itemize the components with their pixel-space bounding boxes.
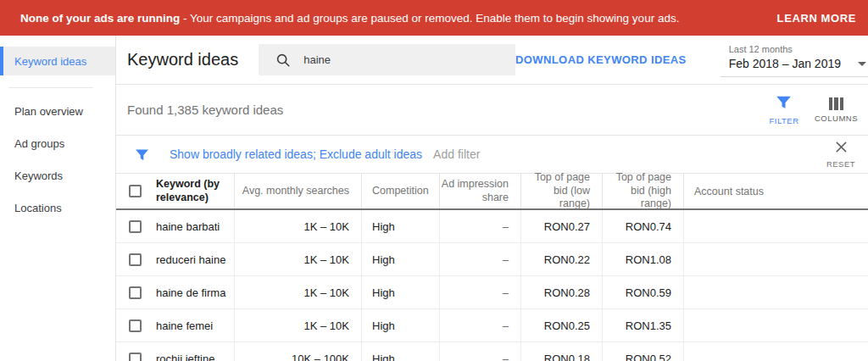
reset-button-label: RESET [826, 159, 855, 169]
cell-keyword: haine de firma [156, 286, 225, 299]
cell-ad-impression-share: – [440, 309, 521, 342]
search-icon [275, 53, 291, 68]
close-icon [835, 141, 848, 157]
table-header-row: Keyword (by relevance) Avg. monthly sear… [116, 174, 868, 210]
sidebar-item-keyword-ideas[interactable]: Keyword ideas [0, 47, 115, 75]
filter-button[interactable]: FILTER [765, 95, 803, 125]
filter-button-label: FILTER [769, 116, 798, 125]
cell-ad-impression-share: – [440, 243, 521, 275]
select-all-checkbox[interactable] [129, 185, 142, 197]
reset-filters-button[interactable]: RESET [824, 141, 858, 169]
cell-bid-high: RON1.35 [603, 309, 684, 342]
applied-filters-link[interactable]: Show broadly related ideas; Exclude adul… [170, 147, 422, 161]
table-row[interactable]: haine de firma 1K – 10K High – RON0.28 R… [116, 276, 868, 309]
search-value: haine [303, 53, 331, 66]
col-header-bid-low: Top of page bid (low range) [521, 171, 590, 211]
col-header-competition: Competition [372, 185, 429, 198]
date-range-picker[interactable]: Last 12 months Feb 2018 – Jan 2019 [721, 42, 868, 77]
results-toolbar: Found 1,385 keyword ideas FILTER COLUMNS [116, 85, 868, 136]
cell-bid-high: RON0.74 [603, 210, 684, 242]
cell-searches: 1K – 10K [235, 309, 362, 342]
filter-funnel-icon [776, 95, 792, 113]
cell-bid-high: RON0.59 [603, 276, 684, 308]
cell-keyword: rochii ieftine [156, 353, 214, 361]
page-header: Keyword ideas haine DOWNLOAD KEYWORD IDE… [116, 36, 868, 85]
alert-message-bold: None of your ads are running [20, 12, 180, 25]
row-checkbox[interactable] [129, 253, 142, 266]
table-row[interactable]: haine femei 1K – 10K High – RON0.25 RON1… [116, 309, 868, 342]
sidebar-divider [8, 87, 93, 88]
cell-competition: High [362, 309, 440, 342]
learn-more-button[interactable]: LEARN MORE [777, 12, 856, 25]
columns-icon [829, 97, 844, 110]
sidebar-item-ad-groups[interactable]: Ad groups [0, 128, 115, 160]
sidebar-item-locations[interactable]: Locations [0, 192, 115, 225]
alert-message-rest: - Your campaigns and ad groups are pause… [180, 12, 679, 25]
chevron-down-icon [858, 62, 866, 66]
row-checkbox[interactable] [129, 353, 142, 361]
download-keyword-ideas-button[interactable]: DOWNLOAD KEYWORD IDEAS [515, 53, 687, 66]
col-header-ad-impression-share: Ad impression share [441, 178, 509, 204]
cell-competition: High [362, 210, 440, 242]
cell-bid-low: RON0.22 [521, 243, 603, 275]
results-count: Found 1,385 keyword ideas [127, 103, 283, 117]
alert-message: None of your ads are running - Your camp… [20, 12, 679, 25]
add-filter-button[interactable]: Add filter [433, 147, 480, 161]
row-checkbox[interactable] [129, 220, 142, 233]
col-header-keyword: Keyword (by relevance) [156, 178, 234, 204]
cell-account-status [684, 243, 868, 275]
table-row[interactable]: reduceri haine 1K – 10K High – RON0.22 R… [116, 243, 868, 276]
filter-bar: Show broadly related ideas; Exclude adul… [116, 136, 868, 173]
sidebar: Keyword ideas Plan overview Ad groups Ke… [0, 36, 116, 361]
sidebar-item-plan-overview[interactable]: Plan overview [0, 96, 115, 128]
date-range-value: Feb 2018 – Jan 2019 [729, 57, 841, 70]
cell-competition: High [362, 342, 440, 361]
cell-account-status [684, 276, 868, 308]
col-header-bid-high: Top of page bid (high range) [603, 171, 671, 211]
cell-ad-impression-share: – [440, 342, 521, 361]
main-content: Keyword ideas haine DOWNLOAD KEYWORD IDE… [116, 36, 868, 361]
cell-keyword: haine barbati [156, 220, 220, 233]
cell-account-status [684, 210, 868, 242]
cell-bid-high: RON1.08 [603, 243, 684, 275]
columns-button[interactable]: COLUMNS [815, 97, 858, 123]
keyword-search-input[interactable]: haine [259, 44, 515, 75]
cell-bid-low: RON0.27 [521, 210, 603, 242]
columns-button-label: COLUMNS [815, 114, 858, 123]
cell-bid-low: RON0.28 [521, 276, 603, 308]
cell-ad-impression-share: – [440, 276, 521, 308]
alert-banner: None of your ads are running - Your camp… [0, 0, 868, 36]
cell-searches: 10K – 100K [235, 342, 362, 361]
date-period-label: Last 12 months [729, 44, 866, 54]
cell-competition: High [362, 243, 440, 275]
table-row[interactable]: rochii ieftine 10K – 100K High – RON0.18… [116, 342, 868, 361]
keyword-ideas-table: Keyword (by relevance) Avg. monthly sear… [116, 173, 868, 361]
cell-account-status [684, 342, 868, 361]
col-header-account-status: Account status [694, 186, 764, 197]
cell-keyword: haine femei [156, 319, 213, 332]
cell-searches: 1K – 10K [235, 276, 362, 308]
col-header-searches: Avg. monthly searches [242, 185, 349, 198]
filter-funnel-icon-small [135, 148, 149, 161]
cell-bid-low: RON0.18 [521, 342, 603, 361]
cell-bid-high: RON0.52 [603, 342, 684, 361]
page-title: Keyword ideas [127, 50, 238, 69]
row-checkbox[interactable] [129, 286, 142, 299]
cell-ad-impression-share: – [440, 210, 521, 242]
cell-bid-low: RON0.25 [521, 309, 603, 342]
cell-competition: High [362, 276, 440, 308]
sidebar-item-keywords[interactable]: Keywords [0, 160, 115, 192]
cell-searches: 1K – 10K [235, 210, 362, 242]
cell-account-status [684, 309, 868, 342]
row-checkbox[interactable] [129, 319, 142, 332]
cell-searches: 1K – 10K [235, 243, 362, 275]
app-body: Keyword ideas Plan overview Ad groups Ke… [0, 36, 868, 361]
table-row[interactable]: haine barbati 1K – 10K High – RON0.27 RO… [116, 210, 868, 243]
cell-keyword: reduceri haine [156, 253, 225, 266]
